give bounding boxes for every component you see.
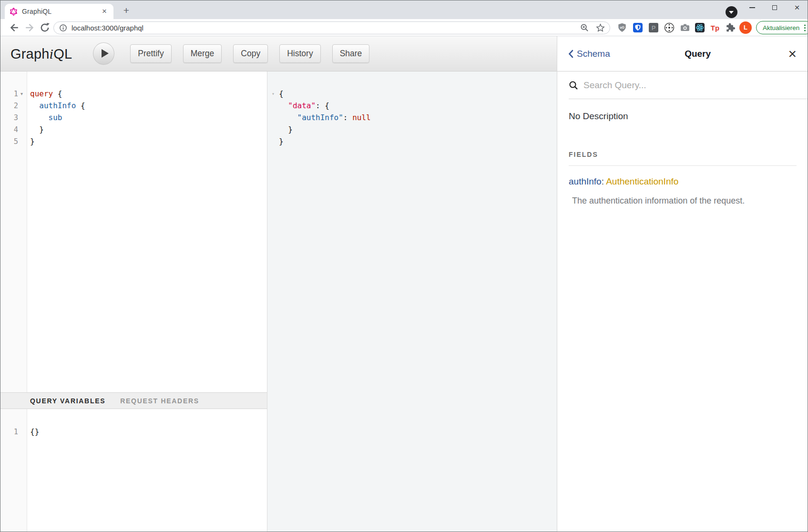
doc-back-link[interactable]: Schema [568,49,610,59]
query-variables-editor[interactable]: 1 {} [0,409,267,532]
graphiql-topbar: GraphiQL PrettifyMergeCopyHistoryShare [0,36,557,72]
doc-explorer-panel: Schema Query × No Description FIELDS aut… [557,36,808,532]
toolbar-button-history[interactable]: History [279,44,320,63]
reload-icon[interactable] [39,22,51,33]
doc-panel-title: Query [610,49,786,59]
query-editor[interactable]: 1▾2345 query { authInfo { sub }} [0,72,267,392]
extensions-puzzle-icon[interactable] [725,22,736,33]
search-icon [569,81,578,90]
doc-no-description: No Description [569,111,797,122]
response-line: "authInfo": null [267,112,557,123]
fold-arrow-empty [267,112,279,123]
window-maximize-button[interactable] [764,1,785,14]
graphiql-logo: GraphiQL [10,46,72,62]
react-devtools-icon[interactable] [695,22,705,33]
doc-back-label: Schema [577,49,610,59]
tab-query-variables[interactable]: QUERY VARIABLES [30,397,105,405]
code-line[interactable]: sub [30,112,267,123]
doc-explorer-header: Schema Query × [557,36,808,72]
address-bar-url[interactable]: localhost:3000/graphql [72,24,580,32]
variables-editor-code[interactable]: {} [28,409,267,438]
toolbar-button-copy[interactable]: Copy [233,44,268,63]
doc-fields-header: FIELDS [569,151,797,158]
response-line: } [267,123,557,135]
browser-tab[interactable]: GraphiQL × [5,4,113,19]
zoom-icon[interactable] [580,23,589,32]
forward-icon[interactable] [24,22,35,33]
bookmark-star-icon[interactable] [596,23,605,32]
doc-body: No Description FIELDS authInfo: Authenti… [557,111,808,206]
doc-close-icon[interactable]: × [788,49,797,59]
code-line[interactable]: {} [30,426,267,438]
chevron-left-icon [568,50,573,58]
chrome-update-button[interactable]: Aktualisieren [756,21,808,34]
query-editor-code[interactable]: query { authInfo { sub }} [28,72,267,147]
toolbar-button-share[interactable]: Share [332,44,370,63]
doc-search [569,72,808,99]
move-crosshair-icon[interactable] [664,22,675,33]
browser-tab-strip: GraphiQL × + × [0,0,808,19]
variables-editor-gutter: 1 [0,409,27,532]
screenshot-camera-icon[interactable] [680,22,690,33]
code-line[interactable]: } [30,123,267,135]
browser-menu-icon[interactable] [804,27,806,29]
svg-text:P: P [652,24,656,31]
tp-extension-icon[interactable]: Tp [710,22,720,33]
doc-field-name-link[interactable]: authInfo [569,176,602,186]
window-close-button[interactable]: × [787,1,808,14]
window-minimize-button[interactable] [742,1,763,14]
fold-arrow-icon[interactable]: ▾ [267,88,279,100]
variables-tab-bar: QUERY VARIABLESREQUEST HEADERS [0,392,267,409]
tab-close-icon[interactable]: × [100,7,109,16]
toolbar-button-prettify[interactable]: Prettify [130,44,171,63]
doc-field-type-link[interactable]: AuthenticationInfo [606,176,678,186]
address-bar[interactable]: localhost:3000/graphql [53,21,610,34]
fold-arrow-empty [267,135,279,147]
fold-arrow-empty [267,100,279,112]
profile-avatar[interactable]: L [739,21,752,34]
back-icon[interactable] [9,22,20,33]
p-extension-icon[interactable]: P [648,22,659,33]
chrome-update-label: Aktualisieren [763,24,799,31]
tab-title: GraphiQL [22,8,100,15]
execute-query-button[interactable] [93,42,114,65]
doc-field-colon: : [602,176,606,186]
response-code: ▾{ "data": { "authInfo": null }} [267,88,557,147]
ublock-shield-icon[interactable]: uO [617,22,627,33]
response-line: ▾{ [267,88,557,100]
fold-arrow-empty [267,123,279,135]
new-tab-button[interactable]: + [120,5,133,17]
play-icon [102,49,109,58]
code-line[interactable]: query { [30,88,267,100]
doc-field-description: The authentication information of the re… [572,196,797,206]
chrome-update-badge-icon[interactable] [726,6,737,18]
doc-fields-divider [569,165,797,166]
code-line[interactable]: authInfo { [30,100,267,112]
graphql-favicon-icon [10,8,18,16]
code-line[interactable]: } [30,135,267,147]
response-line: "data": { [267,100,557,112]
fold-arrow-icon[interactable]: ▾ [18,91,25,96]
response-line: } [267,135,557,147]
doc-field-row: authInfo: AuthenticationInfo [569,176,797,187]
response-viewer[interactable]: ▾{ "data": { "authInfo": null }} [267,72,557,532]
site-info-icon[interactable] [59,24,67,32]
svg-text:Tp: Tp [711,24,719,32]
doc-search-input[interactable] [583,80,797,91]
toolbar-button-merge[interactable]: Merge [183,44,222,63]
svg-text:uO: uO [620,26,624,29]
tab-request-headers[interactable]: REQUEST HEADERS [120,397,199,405]
bitwarden-icon[interactable] [633,22,643,33]
query-editor-gutter: 1▾2345 [0,72,27,392]
graphiql-toolbar-buttons: PrettifyMergeCopyHistoryShare [130,44,369,63]
